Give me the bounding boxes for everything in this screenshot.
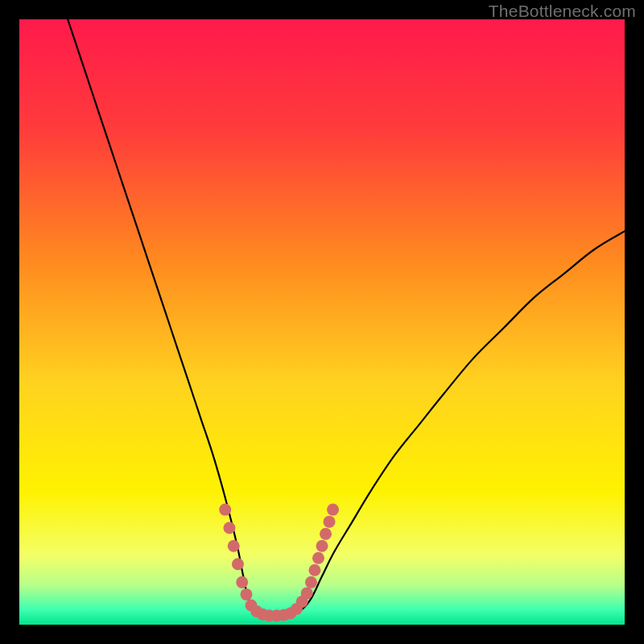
svg-rect-0 (19, 19, 625, 625)
chart-frame: TheBottleneck.com (0, 0, 644, 644)
plot-area (19, 19, 625, 625)
watermark-text: TheBottleneck.com (489, 2, 636, 21)
background-gradient (19, 19, 625, 625)
